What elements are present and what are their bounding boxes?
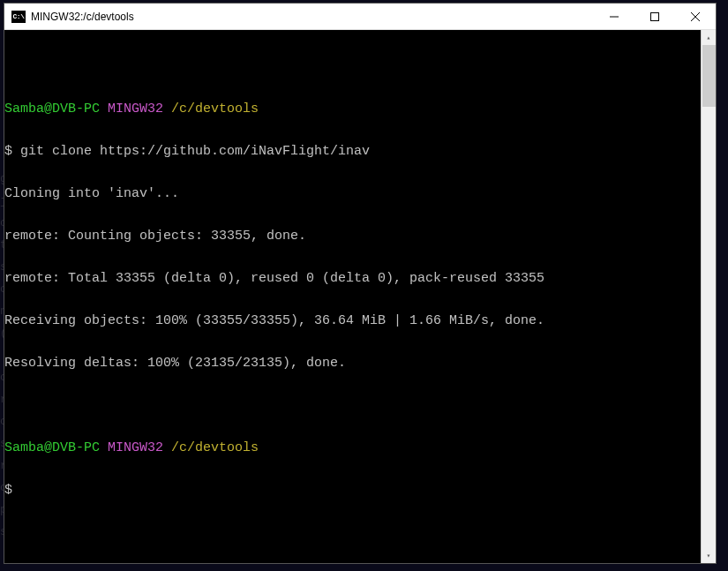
terminal-body-wrap: Samba@DVB-PC MINGW32 /c/devtools $ git c… <box>4 30 716 563</box>
terminal-body[interactable]: Samba@DVB-PC MINGW32 /c/devtools $ git c… <box>4 30 701 563</box>
close-button[interactable] <box>675 4 716 29</box>
maximize-button[interactable] <box>634 4 675 29</box>
prompt-line: Samba@DVB-PC MINGW32 /c/devtools <box>4 102 701 116</box>
output-line: remote: Total 33355 (delta 0), reused 0 … <box>4 272 701 286</box>
svg-rect-1 <box>651 12 659 20</box>
scroll-up-button[interactable]: ▴ <box>702 30 716 45</box>
terminal-line <box>4 399 701 413</box>
window-title: MINGW32:/c/devtools <box>31 11 594 23</box>
output-line: Receiving objects: 100% (33355/33355), 3… <box>4 314 701 328</box>
terminal-window: C:\ MINGW32:/c/devtools Samba@DVB-PC MIN… <box>4 3 717 564</box>
minimize-icon <box>610 12 619 21</box>
command-line: $ git clone https://github.com/iNavFligh… <box>4 145 701 159</box>
scroll-thumb[interactable] <box>702 45 716 107</box>
output-line: remote: Counting objects: 33355, done. <box>4 229 701 244</box>
prompt-path: /c/devtools <box>171 440 259 455</box>
terminal-line <box>4 60 701 74</box>
window-controls <box>594 4 716 29</box>
prompt-line: Samba@DVB-PC MINGW32 /c/devtools <box>4 441 701 455</box>
output-line: Resolving deltas: 100% (23135/23135), do… <box>4 357 701 371</box>
scroll-down-button[interactable]: ▾ <box>702 548 716 563</box>
prompt-user: Samba@DVB-PC <box>4 440 100 455</box>
prompt-path: /c/devtools <box>171 101 259 116</box>
prompt-env: MINGW32 <box>108 440 163 455</box>
output-line: Cloning into 'inav'... <box>4 187 701 201</box>
close-icon <box>691 12 700 21</box>
prompt-dollar: $ <box>4 484 701 498</box>
maximize-icon <box>650 12 659 21</box>
prompt-user: Samba@DVB-PC <box>4 101 100 116</box>
terminal-icon: C:\ <box>11 11 26 23</box>
prompt-env: MINGW32 <box>108 101 163 116</box>
minimize-button[interactable] <box>594 4 634 29</box>
scrollbar[interactable]: ▴ ▾ <box>701 30 716 563</box>
titlebar[interactable]: C:\ MINGW32:/c/devtools <box>4 4 716 30</box>
